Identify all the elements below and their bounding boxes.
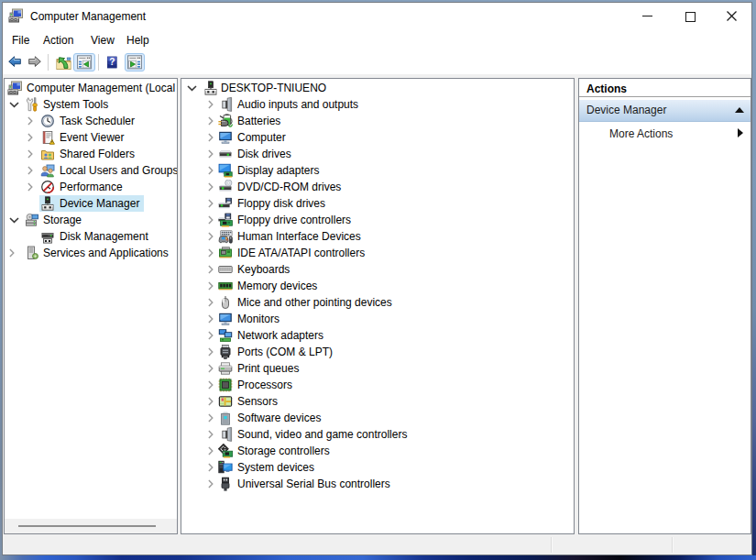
svg-text:?: ? — [109, 57, 115, 67]
